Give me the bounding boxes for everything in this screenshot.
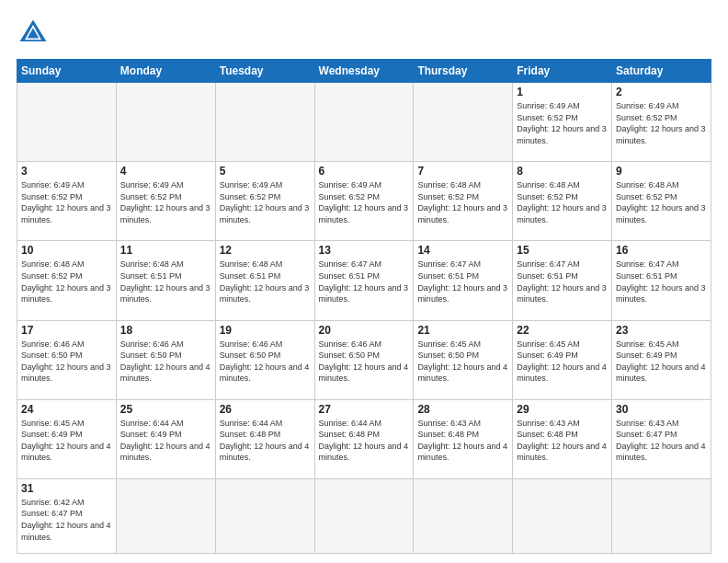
day-info: Sunrise: 6:43 AM Sunset: 6:48 PM Dayligh… bbox=[417, 418, 508, 464]
calendar-cell: 9Sunrise: 6:48 AM Sunset: 6:52 PM Daylig… bbox=[612, 162, 711, 241]
calendar-cell: 21Sunrise: 6:45 AM Sunset: 6:50 PM Dayli… bbox=[414, 320, 513, 399]
calendar-cell: 27Sunrise: 6:44 AM Sunset: 6:48 PM Dayli… bbox=[314, 399, 414, 478]
day-number: 20 bbox=[319, 324, 410, 337]
day-info: Sunrise: 6:46 AM Sunset: 6:50 PM Dayligh… bbox=[220, 339, 311, 385]
day-info: Sunrise: 6:44 AM Sunset: 6:48 PM Dayligh… bbox=[220, 418, 311, 464]
day-info: Sunrise: 6:49 AM Sunset: 6:52 PM Dayligh… bbox=[517, 100, 608, 146]
day-info: Sunrise: 6:49 AM Sunset: 6:52 PM Dayligh… bbox=[220, 179, 311, 225]
calendar-cell: 20Sunrise: 6:46 AM Sunset: 6:50 PM Dayli… bbox=[314, 320, 414, 399]
calendar-cell: 29Sunrise: 6:43 AM Sunset: 6:48 PM Dayli… bbox=[513, 399, 612, 478]
day-number: 16 bbox=[616, 244, 707, 257]
day-info: Sunrise: 6:48 AM Sunset: 6:52 PM Dayligh… bbox=[616, 179, 707, 225]
day-header-thursday: Thursday bbox=[414, 60, 513, 83]
day-info: Sunrise: 6:49 AM Sunset: 6:52 PM Dayligh… bbox=[319, 179, 410, 225]
day-number: 28 bbox=[417, 403, 508, 416]
calendar-cell bbox=[612, 478, 711, 553]
logo-icon bbox=[17, 17, 50, 50]
day-info: Sunrise: 6:47 AM Sunset: 6:51 PM Dayligh… bbox=[517, 259, 608, 304]
page: SundayMondayTuesdayWednesdayThursdayFrid… bbox=[0, 0, 728, 563]
day-number: 9 bbox=[616, 165, 707, 178]
calendar-cell: 25Sunrise: 6:44 AM Sunset: 6:49 PM Dayli… bbox=[116, 399, 215, 478]
day-number: 7 bbox=[417, 165, 508, 178]
day-info: Sunrise: 6:45 AM Sunset: 6:50 PM Dayligh… bbox=[417, 339, 508, 385]
calendar-cell: 11Sunrise: 6:48 AM Sunset: 6:51 PM Dayli… bbox=[116, 241, 215, 320]
day-number: 14 bbox=[417, 244, 508, 257]
calendar-cell bbox=[116, 83, 215, 162]
day-number: 8 bbox=[517, 165, 608, 178]
day-info: Sunrise: 6:49 AM Sunset: 6:52 PM Dayligh… bbox=[616, 100, 707, 146]
logo bbox=[17, 17, 53, 50]
day-number: 26 bbox=[220, 403, 311, 416]
calendar-cell: 3Sunrise: 6:49 AM Sunset: 6:52 PM Daylig… bbox=[17, 162, 117, 241]
day-info: Sunrise: 6:42 AM Sunset: 6:47 PM Dayligh… bbox=[21, 497, 112, 543]
calendar-cell: 26Sunrise: 6:44 AM Sunset: 6:48 PM Dayli… bbox=[215, 399, 314, 478]
day-info: Sunrise: 6:47 AM Sunset: 6:51 PM Dayligh… bbox=[319, 259, 410, 304]
calendar-cell: 5Sunrise: 6:49 AM Sunset: 6:52 PM Daylig… bbox=[215, 162, 314, 241]
day-header-sunday: Sunday bbox=[17, 60, 117, 83]
calendar-cell: 14Sunrise: 6:47 AM Sunset: 6:51 PM Dayli… bbox=[414, 241, 513, 320]
day-header-saturday: Saturday bbox=[612, 60, 711, 83]
calendar-cell bbox=[215, 478, 314, 553]
calendar-cell bbox=[314, 83, 414, 162]
day-info: Sunrise: 6:44 AM Sunset: 6:49 PM Dayligh… bbox=[120, 418, 211, 464]
day-number: 19 bbox=[220, 324, 311, 337]
day-number: 23 bbox=[616, 324, 707, 337]
calendar-cell: 10Sunrise: 6:48 AM Sunset: 6:52 PM Dayli… bbox=[17, 241, 117, 320]
day-info: Sunrise: 6:48 AM Sunset: 6:51 PM Dayligh… bbox=[120, 259, 211, 304]
calendar-cell: 4Sunrise: 6:49 AM Sunset: 6:52 PM Daylig… bbox=[116, 162, 215, 241]
day-number: 25 bbox=[120, 403, 211, 416]
calendar-week-3: 17Sunrise: 6:46 AM Sunset: 6:50 PM Dayli… bbox=[17, 320, 711, 399]
day-info: Sunrise: 6:43 AM Sunset: 6:47 PM Dayligh… bbox=[616, 418, 707, 464]
day-info: Sunrise: 6:48 AM Sunset: 6:51 PM Dayligh… bbox=[220, 259, 311, 304]
calendar-cell: 28Sunrise: 6:43 AM Sunset: 6:48 PM Dayli… bbox=[414, 399, 513, 478]
calendar-cell: 30Sunrise: 6:43 AM Sunset: 6:47 PM Dayli… bbox=[612, 399, 711, 478]
day-number: 4 bbox=[120, 165, 211, 178]
day-number: 10 bbox=[21, 244, 112, 257]
day-info: Sunrise: 6:45 AM Sunset: 6:49 PM Dayligh… bbox=[616, 339, 707, 385]
day-number: 3 bbox=[21, 165, 112, 178]
day-number: 22 bbox=[517, 324, 608, 337]
calendar-cell: 1Sunrise: 6:49 AM Sunset: 6:52 PM Daylig… bbox=[513, 83, 612, 162]
calendar-week-1: 3Sunrise: 6:49 AM Sunset: 6:52 PM Daylig… bbox=[17, 162, 711, 241]
day-number: 29 bbox=[517, 403, 608, 416]
calendar-cell: 17Sunrise: 6:46 AM Sunset: 6:50 PM Dayli… bbox=[17, 320, 117, 399]
calendar-cell bbox=[116, 478, 215, 553]
day-header-tuesday: Tuesday bbox=[215, 60, 314, 83]
day-info: Sunrise: 6:44 AM Sunset: 6:48 PM Dayligh… bbox=[319, 418, 410, 464]
calendar-cell: 6Sunrise: 6:49 AM Sunset: 6:52 PM Daylig… bbox=[314, 162, 414, 241]
day-header-friday: Friday bbox=[513, 60, 612, 83]
day-info: Sunrise: 6:49 AM Sunset: 6:52 PM Dayligh… bbox=[21, 179, 112, 225]
day-number: 5 bbox=[220, 165, 311, 178]
calendar-cell bbox=[414, 478, 513, 553]
day-info: Sunrise: 6:45 AM Sunset: 6:49 PM Dayligh… bbox=[517, 339, 608, 385]
calendar-cell: 7Sunrise: 6:48 AM Sunset: 6:52 PM Daylig… bbox=[414, 162, 513, 241]
day-header-wednesday: Wednesday bbox=[314, 60, 414, 83]
calendar-cell bbox=[215, 83, 314, 162]
calendar-week-4: 24Sunrise: 6:45 AM Sunset: 6:49 PM Dayli… bbox=[17, 399, 711, 478]
calendar-cell: 24Sunrise: 6:45 AM Sunset: 6:49 PM Dayli… bbox=[17, 399, 117, 478]
calendar-cell: 31Sunrise: 6:42 AM Sunset: 6:47 PM Dayli… bbox=[17, 478, 117, 553]
day-info: Sunrise: 6:43 AM Sunset: 6:48 PM Dayligh… bbox=[517, 418, 608, 464]
day-info: Sunrise: 6:47 AM Sunset: 6:51 PM Dayligh… bbox=[616, 259, 707, 304]
day-info: Sunrise: 6:45 AM Sunset: 6:49 PM Dayligh… bbox=[21, 418, 112, 464]
calendar-cell: 13Sunrise: 6:47 AM Sunset: 6:51 PM Dayli… bbox=[314, 241, 414, 320]
day-number: 24 bbox=[21, 403, 112, 416]
calendar-cell: 2Sunrise: 6:49 AM Sunset: 6:52 PM Daylig… bbox=[612, 83, 711, 162]
day-info: Sunrise: 6:48 AM Sunset: 6:52 PM Dayligh… bbox=[417, 179, 508, 225]
day-number: 11 bbox=[120, 244, 211, 257]
day-info: Sunrise: 6:47 AM Sunset: 6:51 PM Dayligh… bbox=[417, 259, 508, 304]
header bbox=[17, 17, 711, 50]
calendar-cell: 8Sunrise: 6:48 AM Sunset: 6:52 PM Daylig… bbox=[513, 162, 612, 241]
calendar-week-2: 10Sunrise: 6:48 AM Sunset: 6:52 PM Dayli… bbox=[17, 241, 711, 320]
day-number: 6 bbox=[319, 165, 410, 178]
day-info: Sunrise: 6:48 AM Sunset: 6:52 PM Dayligh… bbox=[21, 259, 112, 304]
day-header-monday: Monday bbox=[116, 60, 215, 83]
calendar-header: SundayMondayTuesdayWednesdayThursdayFrid… bbox=[17, 60, 711, 83]
day-info: Sunrise: 6:48 AM Sunset: 6:52 PM Dayligh… bbox=[517, 179, 608, 225]
calendar-week-0: 1Sunrise: 6:49 AM Sunset: 6:52 PM Daylig… bbox=[17, 83, 711, 162]
day-number: 12 bbox=[220, 244, 311, 257]
day-number: 15 bbox=[517, 244, 608, 257]
calendar-table: SundayMondayTuesdayWednesdayThursdayFrid… bbox=[17, 59, 711, 554]
day-number: 31 bbox=[21, 482, 112, 495]
day-info: Sunrise: 6:46 AM Sunset: 6:50 PM Dayligh… bbox=[21, 339, 112, 385]
